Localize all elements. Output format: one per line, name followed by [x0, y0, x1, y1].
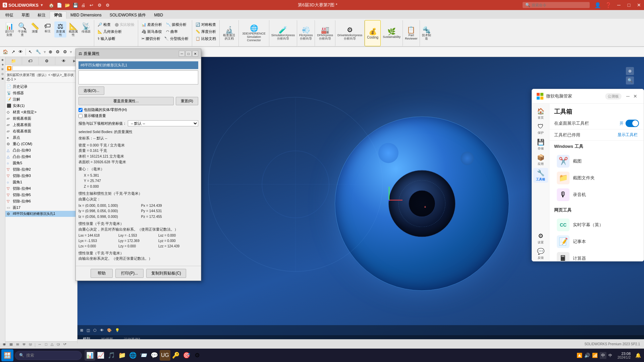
- tree-item-history[interactable]: 📄历史记录: [5, 83, 77, 90]
- help-icon[interactable]: ❓: [603, 2, 614, 8]
- tab-mbd-dim[interactable]: MBD Dimensions: [66, 11, 106, 19]
- tree-item-top[interactable]: ▱上视基准面: [5, 122, 77, 128]
- 3dex-btn[interactable]: 🌐 3DEXPERIENCESimulationConnector: [241, 23, 267, 43]
- tb-snap[interactable]: ⊕: [47, 49, 54, 55]
- reset-btn[interactable]: 重置(R): [176, 97, 198, 105]
- property-tab[interactable]: 🏷: [22, 57, 39, 65]
- taskbar-app-extra3[interactable]: ⚙: [192, 350, 203, 361]
- measure-btn[interactable]: 📏 测量: [29, 21, 41, 34]
- taskbar-app-solidworks[interactable]: 📊: [85, 350, 95, 361]
- tool-captions[interactable]: CC 实时字幕（英）: [552, 217, 641, 233]
- panel-resize-handle[interactable]: [5, 341, 77, 343]
- taskbar-app-music[interactable]: 🎵: [106, 350, 117, 361]
- view-section-btn[interactable]: ◫: [85, 327, 91, 333]
- maximize-btn[interactable]: □: [624, 0, 634, 10]
- include-hidden-checkbox[interactable]: [78, 108, 83, 112]
- sidebar-icon-3[interactable]: ⊞: [1, 68, 5, 72]
- report-select[interactable]: -- 默认 --: [128, 120, 198, 126]
- geo-analysis-btn[interactable]: 📐 几何体分析: [96, 28, 123, 35]
- sustainability-btn[interactable]: 🌿 Sustainability: [381, 20, 403, 46]
- view-appear-btn[interactable]: 🎨: [106, 327, 113, 333]
- taskbar-app-browser[interactable]: 🌐: [127, 350, 138, 361]
- show-toolbar-btn[interactable]: 显示工具栏: [616, 131, 639, 138]
- search-input[interactable]: [532, 3, 579, 7]
- tree-item-boss3[interactable]: △凸台-拉伸3: [5, 147, 77, 154]
- tb-arrow[interactable]: ↗: [10, 49, 16, 55]
- toggle-switch[interactable]: [626, 120, 639, 127]
- rebuild-qat-btn[interactable]: ⚙: [96, 1, 103, 9]
- tree-item-cut5[interactable]: ▽切除-拉伸5: [5, 192, 77, 198]
- filter-icon[interactable]: 🔽: [7, 66, 12, 71]
- user-icon[interactable]: 👤: [592, 2, 603, 8]
- show-weld-mass-checkbox[interactable]: [78, 114, 83, 118]
- check-btn[interactable]: 🔎 检查: [96, 21, 112, 28]
- taskbar-search[interactable]: 🔍 搜索: [15, 351, 82, 360]
- tree-item-front[interactable]: ▱前视基准面: [5, 115, 77, 122]
- ms-minimize-btn[interactable]: ─: [624, 93, 632, 100]
- tree-item-fillet1[interactable]: ○圆角1: [5, 179, 77, 185]
- ms-nav-settings[interactable]: ⚙ 设置: [533, 231, 548, 246]
- minimize-btn[interactable]: ─: [614, 0, 624, 10]
- dialog-maximize-btn[interactable]: □: [185, 51, 192, 57]
- costing-btn[interactable]: 💰 Costing: [365, 20, 381, 46]
- sidebar-icon-2[interactable]: ◈: [1, 63, 5, 67]
- tree-item-annotation[interactable]: 📝注解: [5, 96, 77, 103]
- taskbar-app-folder[interactable]: 📁: [117, 350, 127, 361]
- tech-manufacture-btn[interactable]: 🔩 技术制造: [420, 20, 433, 46]
- ms-nav-toolbox[interactable]: 🔧 工具箱: [533, 168, 548, 183]
- undo-qat-btn[interactable]: ↩: [88, 1, 95, 9]
- thickness-btn[interactable]: 📏 厚度分析: [194, 28, 217, 35]
- diff-analysis-btn[interactable]: 📊 差差分析: [140, 21, 163, 28]
- tree-item-cut2[interactable]: ▽切除-拉伸2: [5, 166, 77, 173]
- tab-mbd[interactable]: MBD: [150, 11, 167, 19]
- tree-item-com[interactable]: ⊙重心 (COM): [5, 141, 77, 147]
- sidebar-icon-5[interactable]: ▣: [1, 77, 5, 81]
- tray-network[interactable]: 📶: [592, 353, 598, 358]
- tb-view[interactable]: 👁: [17, 49, 24, 55]
- tab-markup[interactable]: 标注: [34, 11, 50, 19]
- tool-screenshot[interactable]: ✂️ 截图: [552, 153, 641, 170]
- taskbar-app-extra2[interactable]: 🎯: [181, 350, 192, 361]
- tool-notepad[interactable]: 📝 记事本: [552, 233, 641, 250]
- split-line-btn[interactable]: 🔪 分型线分析: [163, 36, 190, 42]
- taskbar-app-chart[interactable]: 📈: [95, 350, 106, 361]
- zoom-btn[interactable]: 🔍: [626, 76, 634, 84]
- datetime-display[interactable]: 23:08 2024/1/2: [615, 352, 633, 359]
- view-options-btn[interactable]: ⊕: [626, 67, 634, 75]
- tree-item-boss4[interactable]: △凸台-拉伸4: [5, 154, 77, 160]
- simulation-xpress-btn[interactable]: 🧪 SimulationXpress分析向导: [269, 20, 297, 46]
- tab-evaluate[interactable]: 评估: [50, 11, 66, 19]
- ime-label[interactable]: 中: [608, 353, 612, 358]
- ms-nav-storage[interactable]: 💾 存储: [533, 137, 548, 152]
- dialog-close-btn[interactable]: ✕: [192, 51, 198, 57]
- tool-recorder[interactable]: 🎙 录音机: [552, 186, 641, 203]
- tab-sw-plugins[interactable]: SOLIDWORKS 插件: [106, 11, 150, 19]
- dfm-xpress-btn[interactable]: 🏭 DFMXpress分析向导: [315, 20, 335, 46]
- filter-input[interactable]: [12, 66, 76, 71]
- override-mass-btn[interactable]: 覆盖质量属性...: [78, 97, 174, 105]
- ms-nav-feedback[interactable]: 💬 反馈: [533, 246, 548, 261]
- compare-doc-btn[interactable]: 📋 比较文档: [194, 36, 217, 42]
- tree-item-origin[interactable]: +原点: [5, 134, 77, 141]
- help-btn[interactable]: 帮助: [91, 269, 113, 278]
- display-tab[interactable]: 👁: [55, 57, 72, 65]
- close-btn[interactable]: ✕: [634, 0, 644, 10]
- new-qat-btn[interactable]: 📄: [56, 1, 63, 9]
- tree-item-cut6[interactable]: ▽切除-拉伸6: [5, 198, 77, 204]
- view-hide-btn[interactable]: 👁: [99, 327, 105, 333]
- dialog-minimize-btn[interactable]: ─: [179, 51, 185, 57]
- start-btn[interactable]: 🪟: [1, 349, 13, 361]
- ms-nav-protect[interactable]: 🛡 保护: [533, 122, 548, 136]
- taskbar-app-wechat[interactable]: 💬: [149, 350, 160, 361]
- taskbar-app-mail[interactable]: 📨: [138, 350, 149, 361]
- tree-item-right[interactable]: ▱右视基准面: [5, 128, 77, 134]
- print-qat-btn[interactable]: 🖨: [80, 1, 87, 9]
- driveworks-btn[interactable]: ⚙ DriveWorksXpress分析向导: [335, 20, 365, 46]
- check-activate-btn[interactable]: 🔬 检查激活的文档: [222, 25, 236, 41]
- tool-calculator[interactable]: 🖩 计算器: [552, 250, 641, 261]
- tree-item-material[interactable]: ◇材质 <未指定>: [5, 109, 77, 115]
- tree-item-face17[interactable]: ▭面17: [5, 204, 77, 211]
- design-study-btn[interactable]: 📊 设计计划查: [3, 21, 15, 38]
- tree-item-sensor[interactable]: 📡传感器: [5, 90, 77, 96]
- flo-xpress-btn[interactable]: 💨 FloXpress分析向导: [297, 20, 315, 46]
